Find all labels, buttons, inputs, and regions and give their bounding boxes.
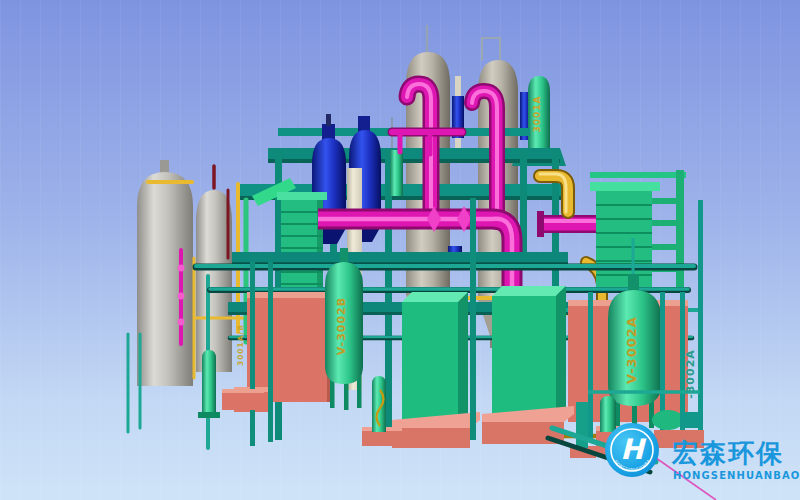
line-tag-3002a: -3002A <box>684 349 697 399</box>
left-plate-heat-exchanger <box>277 192 327 300</box>
pipe-tag-3001ab: 3001A/B <box>236 324 245 366</box>
label-3001a: 3001A <box>532 95 542 132</box>
foundation-center-left <box>247 292 333 402</box>
label-v3002b: V-3002B <box>335 297 348 355</box>
green-block-2 <box>482 286 574 444</box>
vessel-v3002b: V-3002B <box>325 248 363 410</box>
left-storage-tanks <box>137 160 232 386</box>
plant-3d-render: 3001A <box>0 0 800 500</box>
logo-monogram: H <box>620 433 646 466</box>
logo-name-cn: 宏森环保 <box>671 438 784 468</box>
green-block-1 <box>392 292 480 448</box>
label-v3002a: V-3002A <box>624 316 639 384</box>
logo-name-en: HONGSENHUANBAO <box>673 470 800 481</box>
small-green-drum <box>390 150 403 196</box>
tank-a <box>137 172 193 386</box>
